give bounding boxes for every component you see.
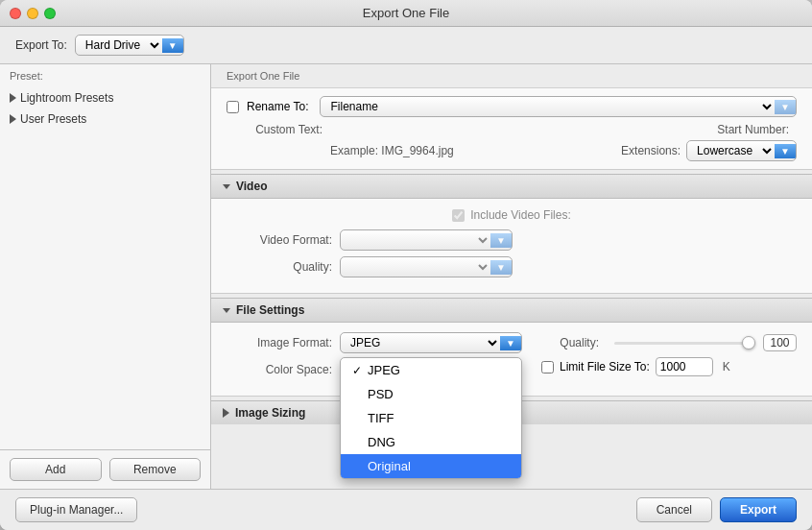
main-header: Export One File xyxy=(211,64,812,88)
remove-button[interactable]: Remove xyxy=(109,458,202,481)
rename-to-label: Rename To: xyxy=(247,100,308,113)
dng-label: DNG xyxy=(368,435,395,449)
extensions-select[interactable]: Lowercase Uppercase xyxy=(687,141,775,160)
original-label: Original xyxy=(368,459,411,473)
lightroom-presets-label: Lightroom Presets xyxy=(20,91,113,105)
export-to-dropdown-arrow[interactable]: ▼ xyxy=(162,38,183,53)
export-button[interactable]: Export xyxy=(720,497,797,522)
image-format-arrow[interactable]: ▼ xyxy=(500,336,521,350)
color-space-label: Color Space: xyxy=(227,363,332,376)
format-option-original[interactable]: ✓ Original xyxy=(341,454,521,478)
sidebar-item-lightroom-presets[interactable]: Lightroom Presets xyxy=(0,87,210,108)
include-video-label: Include Video Files: xyxy=(470,208,571,222)
add-button[interactable]: Add xyxy=(10,458,102,481)
file-settings-body: Image Format: JPEG ▼ xyxy=(211,323,812,396)
extensions-select-box[interactable]: Lowercase Uppercase ▼ xyxy=(686,140,797,161)
quality-row: Quality: xyxy=(541,334,797,351)
right-buttons: Cancel Export xyxy=(636,497,797,522)
video-quality-select-box[interactable]: ▼ xyxy=(340,256,513,277)
psd-label: PSD xyxy=(368,387,394,401)
file-settings-section: File Settings Image Format: JPEG xyxy=(211,298,812,397)
main-panel: Export One File Rename To: Filename ▼ xyxy=(211,64,812,489)
format-option-psd[interactable]: ✓ PSD xyxy=(341,382,521,406)
plugin-manager-button[interactable]: Plug-in Manager... xyxy=(15,497,137,522)
jpeg-check: ✓ xyxy=(352,364,362,377)
quality-input[interactable] xyxy=(763,334,797,351)
image-sizing-triangle-icon xyxy=(223,408,229,418)
close-button[interactable] xyxy=(10,8,21,19)
extensions-label: Extensions: xyxy=(621,144,681,157)
video-format-arrow[interactable]: ▼ xyxy=(490,233,512,248)
window-title: Export One File xyxy=(363,6,449,20)
extensions-dropdown-arrow[interactable]: ▼ xyxy=(775,144,796,158)
rename-section: Rename To: Filename ▼ Custom Text: Start… xyxy=(211,88,812,170)
video-quality-row: Quality: ▼ xyxy=(227,256,797,277)
rename-section-body: Rename To: Filename ▼ Custom Text: Start… xyxy=(211,88,812,169)
video-triangle-icon xyxy=(223,184,230,189)
custom-text-label: Custom Text: xyxy=(227,123,322,136)
extensions-row: Example: IMG_9964.jpg Extensions: Lowerc… xyxy=(227,140,797,161)
format-option-jpeg[interactable]: ✓ JPEG xyxy=(341,358,521,382)
video-format-select[interactable] xyxy=(341,230,490,250)
sidebar-item-user-presets[interactable]: User Presets xyxy=(0,108,210,130)
sidebar-spacer xyxy=(0,130,210,449)
image-format-select-box[interactable]: JPEG ▼ xyxy=(340,332,522,353)
limit-row: Limit File Size To: K xyxy=(541,357,797,376)
minimize-button[interactable] xyxy=(27,8,38,19)
limit-file-size-checkbox[interactable] xyxy=(541,361,554,373)
image-format-label: Image Format: xyxy=(227,336,332,349)
content-area: Preset: Lightroom Presets User Presets A… xyxy=(0,64,812,489)
cancel-button[interactable]: Cancel xyxy=(636,497,712,522)
title-bar: Export One File xyxy=(0,0,812,27)
rename-row: Rename To: Filename ▼ xyxy=(227,96,797,117)
format-option-tiff[interactable]: ✓ TIFF xyxy=(341,406,521,430)
video-format-select-box[interactable]: ▼ xyxy=(340,229,513,251)
export-to-label: Export To: xyxy=(15,38,67,52)
video-quality-select[interactable] xyxy=(341,257,490,277)
video-quality-label: Quality: xyxy=(227,260,332,274)
filename-select[interactable]: Filename xyxy=(321,97,775,116)
export-to-select[interactable]: Hard Drive xyxy=(76,36,162,55)
extensions-container: Extensions: Lowercase Uppercase ▼ xyxy=(621,140,797,161)
maximize-button[interactable] xyxy=(44,8,56,19)
custom-text-row: Custom Text: Start Number: xyxy=(227,123,797,136)
export-to-select-box[interactable]: Hard Drive ▼ xyxy=(75,35,184,56)
image-sizing-title: Image Sizing xyxy=(235,406,305,420)
toolbar: Export To: Hard Drive ▼ xyxy=(0,27,812,64)
triangle-icon xyxy=(10,93,16,103)
limit-label: Limit File Size To: xyxy=(560,360,650,373)
limit-unit: K xyxy=(723,360,730,373)
video-format-label: Video Format: xyxy=(227,233,332,247)
video-section: Video Include Video Files: Video Format: xyxy=(211,174,812,294)
video-quality-arrow[interactable]: ▼ xyxy=(490,260,512,275)
video-section-header[interactable]: Video xyxy=(211,174,812,199)
file-settings-columns: Image Format: JPEG ▼ xyxy=(227,332,797,386)
example-text: Example: IMG_9964.jpg xyxy=(330,144,454,157)
tiff-label: TIFF xyxy=(368,411,394,425)
video-format-row: Video Format: ▼ xyxy=(227,229,797,251)
format-option-dng[interactable]: ✓ DNG xyxy=(341,430,521,454)
main-window: Export One File Export To: Hard Drive ▼ … xyxy=(0,0,812,530)
image-format-row: Image Format: JPEG ▼ xyxy=(227,332,522,353)
file-settings-right: Quality: Limit File Size To: K xyxy=(541,332,797,386)
jpeg-label: JPEG xyxy=(368,363,400,377)
user-presets-label: User Presets xyxy=(20,112,86,126)
image-format-select-wrapper: JPEG ▼ ✓ JPEG xyxy=(340,332,522,353)
filename-select-box[interactable]: Filename ▼ xyxy=(320,96,797,117)
filename-dropdown-arrow[interactable]: ▼ xyxy=(775,100,796,114)
quality-slider[interactable] xyxy=(614,342,755,345)
preset-label: Preset: xyxy=(0,64,210,87)
limit-value-input[interactable] xyxy=(656,357,713,376)
include-video-checkbox xyxy=(452,209,465,222)
file-settings-header[interactable]: File Settings xyxy=(211,298,812,323)
bottom-bar: Plug-in Manager... Cancel Export xyxy=(0,489,812,530)
file-settings-title: File Settings xyxy=(236,303,304,317)
sidebar: Preset: Lightroom Presets User Presets A… xyxy=(0,64,211,489)
video-section-title: Video xyxy=(236,180,267,193)
triangle-icon-2 xyxy=(10,114,16,124)
file-settings-left: Image Format: JPEG ▼ xyxy=(227,332,522,386)
rename-to-checkbox[interactable] xyxy=(227,101,239,113)
sidebar-footer: Add Remove xyxy=(0,449,210,489)
image-format-select[interactable]: JPEG xyxy=(341,333,500,352)
start-number-label: Start Number: xyxy=(712,123,789,136)
